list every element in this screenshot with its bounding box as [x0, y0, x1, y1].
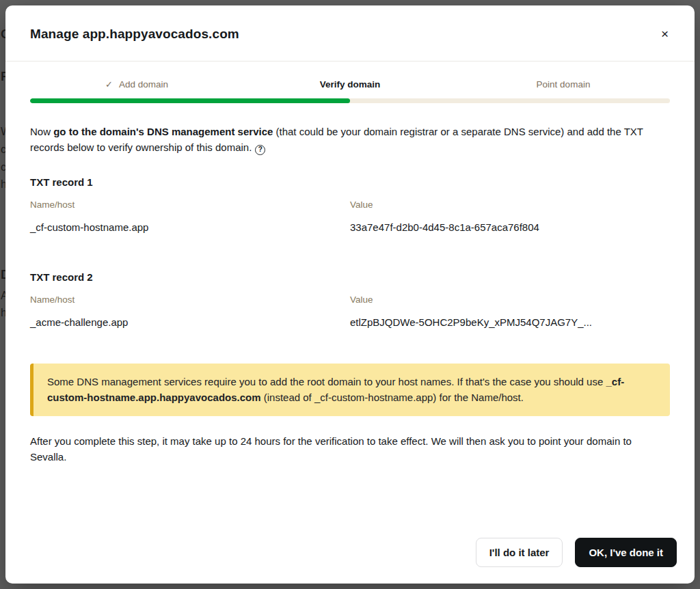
- notice-text: (instead of _cf-custom-hostname.app) for…: [261, 392, 524, 403]
- value-label: Value: [350, 294, 670, 305]
- txt-value: 33a7e47f-d2b0-4d45-8c1a-657aca76f804: [350, 221, 670, 233]
- manage-domain-modal: Manage app.happyavocados.com × ✓ Add dom…: [5, 5, 695, 584]
- record-grid: Name/host Value _cf-custom-hostname.app …: [30, 200, 670, 233]
- close-icon[interactable]: ×: [658, 25, 671, 43]
- later-button[interactable]: I'll do it later: [476, 538, 563, 567]
- value-label: Value: [350, 200, 670, 210]
- intro-text: Now: [30, 126, 53, 137]
- intro-bold-text: go to the domain's DNS management servic…: [53, 126, 273, 137]
- record-grid: Name/host Value _acme-challenge.app etlZ…: [30, 294, 670, 328]
- step-point-domain[interactable]: Point domain: [457, 79, 670, 90]
- check-icon: ✓: [105, 79, 113, 90]
- dns-notice-banner: Some DNS management services require you…: [30, 364, 670, 417]
- modal-header: Manage app.happyavocados.com ×: [5, 5, 695, 61]
- progress-bar: [30, 98, 670, 103]
- name-host-label: Name/host: [30, 294, 350, 305]
- step-verify-domain[interactable]: Verify domain: [243, 79, 457, 90]
- step-label: Verify domain: [320, 79, 381, 90]
- txt-value: etlZpBJQDWe-5OHC2P9beKy_xPMJ54Q7JAG7Y_..…: [350, 316, 670, 328]
- modal-body: ✓ Add domain Verify domain Point domain …: [5, 61, 695, 538]
- notice-text: Some DNS management services require you…: [47, 376, 606, 387]
- txt-record-2: TXT record 2 Name/host Value _acme-chall…: [30, 271, 670, 328]
- step-add-domain[interactable]: ✓ Add domain: [30, 79, 243, 90]
- stepper: ✓ Add domain Verify domain Point domain: [30, 79, 670, 90]
- modal-footer: I'll do it later OK, I've done it: [5, 538, 695, 584]
- record-title: TXT record 2: [30, 271, 670, 283]
- step-label: Point domain: [537, 79, 591, 90]
- name-host-value: _cf-custom-hostname.app: [30, 221, 350, 233]
- progress-fill: [30, 98, 350, 103]
- name-host-label: Name/host: [30, 200, 350, 210]
- outro-paragraph: After you complete this step, it may tak…: [30, 433, 670, 465]
- name-host-value: _acme-challenge.app: [30, 316, 350, 328]
- txt-record-1: TXT record 1 Name/host Value _cf-custom-…: [30, 176, 670, 233]
- done-button[interactable]: OK, I've done it: [575, 538, 677, 567]
- record-title: TXT record 1: [30, 176, 670, 188]
- step-label: Add domain: [119, 79, 168, 90]
- modal-title: Manage app.happyavocados.com: [30, 27, 239, 42]
- intro-paragraph: Now go to the domain's DNS management se…: [30, 124, 670, 156]
- help-icon[interactable]: ?: [255, 145, 265, 155]
